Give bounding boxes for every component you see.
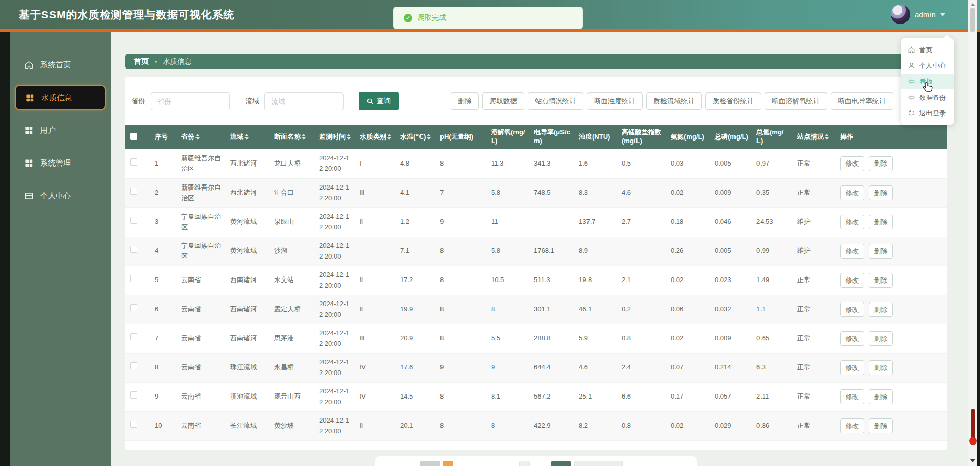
toolbar-button-5[interactable]: 质检省份统计 [705,92,761,110]
cell: 2.4 [617,353,666,382]
row-delete-button[interactable]: 删除 [869,156,893,171]
toolbar-button-1[interactable]: 爬取数据 [482,92,524,110]
pagination-input[interactable] [574,461,623,466]
row-checkbox[interactable] [130,246,137,253]
sidebar-item-0[interactable]: 系统首页 [10,52,111,78]
column-header-3[interactable]: 断面名称 [269,125,314,149]
sort-carets-icon[interactable] [427,134,431,140]
sidebar-item-2[interactable]: 用户 [10,118,111,143]
toolbar-button-3[interactable]: 断面浊度统计 [587,92,643,110]
cell: 1.2 [395,207,435,237]
row-actions-cell: 修改删除 [835,149,947,178]
row-edit-button[interactable]: 修改 [840,185,864,200]
basin-input[interactable] [264,92,344,110]
row-edit-button[interactable]: 修改 [840,215,864,229]
scroll-marker-rod[interactable] [971,409,975,440]
sort-carets-icon[interactable] [244,134,249,140]
select-all-checkbox[interactable] [130,133,137,140]
row-edit-button[interactable]: 修改 [840,273,864,288]
scroll-up-arrow-icon[interactable] [970,3,975,6]
row-delete-button[interactable]: 删除 [869,273,893,288]
toolbar-button-6[interactable]: 断面溶解氧统计 [765,92,827,110]
cell: 正常 [792,382,835,411]
toolbar-button-4[interactable]: 质检流域统计 [646,92,702,110]
scrollbar[interactable] [968,0,977,466]
table-row: 8云南省珠江流域永昌桥2024-12-12 20:00Ⅳ17.699644.44… [125,353,947,382]
sort-carets-icon[interactable] [347,134,351,140]
row-checkbox[interactable] [130,158,137,166]
column-header-5[interactable]: 水质类别 [355,125,395,149]
row-edit-button[interactable]: 修改 [840,418,864,433]
column-header-wrap: 操作 [840,133,944,142]
sort-carets-icon[interactable] [387,134,391,140]
row-edit-button[interactable]: 修改 [840,360,864,375]
column-header-15[interactable]: 站点情况 [792,125,835,149]
sort-carets-icon[interactable] [302,134,306,140]
row-checkbox[interactable] [130,391,137,399]
cell: 25.1 [574,382,617,411]
pagination-current-page[interactable] [443,461,453,466]
row-delete-button[interactable]: 删除 [869,215,893,229]
scrollbar-thumb[interactable] [970,8,975,32]
row-delete-button[interactable]: 删除 [869,185,893,200]
user-menu-trigger[interactable]: admin [891,3,945,26]
row-delete-button[interactable]: 删除 [869,389,893,404]
sort-carets-icon[interactable] [825,134,829,140]
breadcrumb-home[interactable]: 首页 [134,57,149,66]
cell: 宁夏回族自治区 [176,207,225,237]
row-checkbox[interactable] [130,421,137,428]
row-checkbox[interactable] [130,275,137,282]
pagination-prev-button[interactable] [420,461,440,466]
row-delete-button[interactable]: 删除 [869,331,893,346]
column-header-wrap: 站点情况 [797,133,832,142]
cell: 1768.1 [529,237,574,266]
cell: 2024-12-12 20:00 [314,149,355,178]
scroll-marker-ball[interactable] [969,437,977,445]
row-edit-button[interactable]: 修改 [840,302,864,317]
pagination-page-button[interactable] [519,461,530,466]
row-delete-button[interactable]: 删除 [869,360,893,375]
row-checkbox[interactable] [130,333,137,340]
sidebar-item-3[interactable]: 系统管理 [10,150,111,176]
user-menu-item-4[interactable]: 退出登录 [901,105,954,121]
top-header: 基于SSM的水质检测管理与数据可视化系统 ✓ 爬取完成 admin [0,0,980,29]
row-edit-button[interactable]: 修改 [840,331,864,346]
sort-carets-icon[interactable] [195,134,200,140]
grid-icon [24,126,34,135]
column-header-4[interactable]: 监测时间 [314,125,355,149]
row-delete-button[interactable]: 删除 [869,244,893,259]
row-checkbox[interactable] [130,217,137,224]
toolbar-button-2[interactable]: 站点情况统计 [528,92,583,110]
sidebar-item-4[interactable]: 个人中心 [10,183,111,208]
pagination-go-button[interactable] [551,461,571,466]
sidebar-item-1[interactable]: 水质信息 [15,85,106,110]
row-checkbox[interactable] [130,362,137,369]
cell: 0.07 [666,353,709,382]
column-header-6[interactable]: 水温(℃) [395,125,435,149]
row-edit-button[interactable]: 修改 [840,156,864,171]
cell: 4 [150,237,176,266]
cell: 24.53 [751,207,792,237]
toolbar-button-7[interactable]: 断面电导率统计 [831,92,894,110]
search-button[interactable]: 查询 [359,92,399,110]
cell: 8.1 [486,382,529,411]
cell: 西南诸河 [225,324,269,353]
user-menu-item-1[interactable]: 个人中心 [901,58,954,74]
row-edit-button[interactable]: 修改 [840,389,864,404]
cell: 1.1 [751,295,792,324]
toolbar-button-0[interactable]: 删除 [451,92,479,110]
user-menu-item-0[interactable]: 首页 [901,42,954,58]
province-input[interactable] [151,92,230,110]
row-delete-button[interactable]: 删除 [869,418,893,433]
row-delete-button[interactable]: 删除 [869,302,893,317]
row-checkbox[interactable] [130,304,137,311]
row-select-cell [125,207,150,237]
column-header-1[interactable]: 省份 [176,125,225,149]
row-checkbox[interactable] [130,188,137,195]
row-select-cell [125,178,150,207]
row-edit-button[interactable]: 修改 [840,244,864,259]
column-header-2[interactable]: 流域 [225,125,269,149]
scroll-down-arrow-icon[interactable] [970,459,975,462]
cell: 7 [435,178,486,207]
cell: 20.9 [395,324,435,353]
